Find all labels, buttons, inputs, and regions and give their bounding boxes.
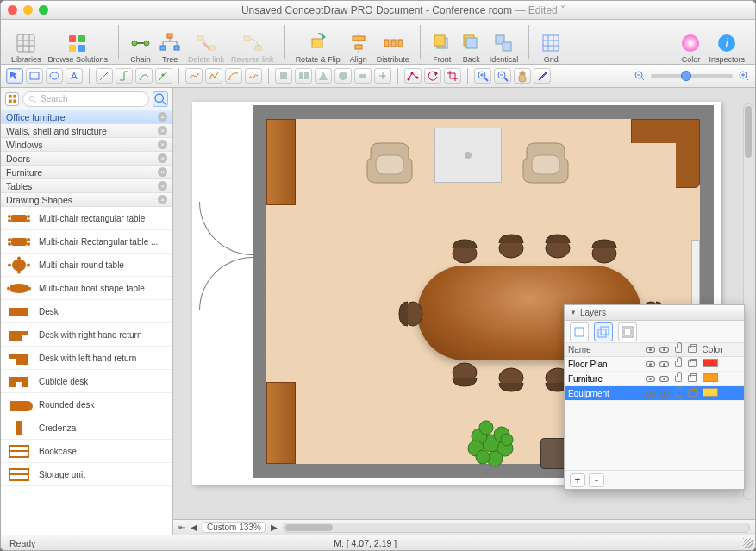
color-button[interactable]: Color <box>678 22 703 64</box>
libraries-button[interactable]: Libraries <box>9 22 43 64</box>
pointer-tool[interactable] <box>6 68 23 84</box>
shape-tool-3[interactable] <box>315 68 332 84</box>
eye-icon[interactable] <box>646 376 655 382</box>
shape-tool-5[interactable] <box>354 68 372 84</box>
zoom-thumb[interactable] <box>681 71 691 81</box>
close-icon[interactable]: × <box>158 153 167 163</box>
grid-button[interactable]: Grid <box>538 22 564 64</box>
back-button[interactable]: Back <box>459 22 484 64</box>
layer-row[interactable]: Equipment <box>565 386 744 401</box>
front-button[interactable]: Front <box>429 22 455 64</box>
layers-mode-2[interactable] <box>594 322 613 341</box>
disclosure-triangle-icon[interactable]: ▼ <box>570 309 577 316</box>
armchair-left[interactable] <box>366 141 414 185</box>
stencil-item[interactable]: Multi-chair boat shape table <box>1 277 172 300</box>
polyline-tool[interactable] <box>205 68 222 84</box>
layers-mode-1[interactable] <box>570 322 589 341</box>
right-angle-connector-tool[interactable] <box>116 68 133 84</box>
eyedropper-tool[interactable] <box>534 68 551 84</box>
print-icon[interactable] <box>688 375 697 382</box>
library-view-mode[interactable] <box>5 92 19 106</box>
chair-top-3[interactable] <box>542 231 573 259</box>
stencil-item[interactable]: Bookcase <box>1 440 172 463</box>
zoom-slider[interactable] <box>634 70 750 82</box>
close-icon[interactable]: × <box>158 140 167 149</box>
resize-grip[interactable] <box>743 538 753 548</box>
shape-tool-6[interactable] <box>374 68 391 84</box>
eye-icon[interactable] <box>659 361 669 367</box>
category-item[interactable]: Office furniture× <box>1 110 172 124</box>
page-nav-next[interactable]: ▶ <box>271 523 278 532</box>
page-nav-first[interactable]: ⇤ <box>178 523 185 532</box>
layers-mode-3[interactable] <box>618 322 637 341</box>
layers-col-visible[interactable] <box>644 343 658 357</box>
category-item[interactable]: Windows× <box>1 138 172 152</box>
remove-layer-button[interactable]: - <box>589 473 604 487</box>
lock-icon[interactable] <box>675 361 682 367</box>
close-icon[interactable]: × <box>158 167 167 177</box>
projector-screen[interactable] <box>434 128 502 183</box>
print-icon[interactable] <box>688 360 697 367</box>
shape-tool-4[interactable] <box>334 68 352 84</box>
bookcase-left-bottom[interactable] <box>266 382 296 464</box>
zoom-label[interactable]: Custom 133% <box>203 522 266 533</box>
bezier-tool[interactable] <box>185 68 203 84</box>
close-icon[interactable]: × <box>158 112 167 122</box>
stencil-item[interactable]: Desk with left hand return <box>1 347 172 370</box>
zoom-out-tool[interactable] <box>494 68 511 84</box>
eye-icon[interactable] <box>659 376 669 382</box>
stencil-item[interactable]: Desk with right hand return <box>1 323 172 347</box>
layers-col-print[interactable] <box>685 343 699 357</box>
arc-tool[interactable] <box>225 68 242 84</box>
category-item[interactable]: Walls, shell and structure× <box>1 124 172 138</box>
category-item[interactable]: Doors× <box>1 152 172 166</box>
chair-top-4[interactable] <box>589 236 620 264</box>
search-input[interactable]: Search <box>22 91 149 107</box>
distribute-button[interactable]: Distribute <box>375 22 411 64</box>
zoom-in-tool[interactable] <box>474 68 491 84</box>
stencil-item[interactable]: Rounded desk <box>1 393 172 416</box>
curve-connector-tool[interactable] <box>135 68 153 84</box>
layer-row[interactable]: Furniture <box>565 372 744 386</box>
stencil-item[interactable]: Multi-chair rectangular table <box>1 207 172 230</box>
add-layer-button[interactable]: + <box>570 473 585 487</box>
horizontal-scrollbar[interactable] <box>283 523 750 533</box>
pan-tool[interactable] <box>514 68 531 84</box>
shape-tool-1[interactable] <box>275 68 292 84</box>
browse-solutions-button[interactable]: Browse Solutions <box>47 22 110 64</box>
close-window-button[interactable] <box>8 5 17 15</box>
eye-icon[interactable] <box>646 361 655 367</box>
chair-left[interactable] <box>396 298 423 329</box>
line-tool[interactable] <box>96 68 113 84</box>
lock-icon[interactable] <box>675 391 682 397</box>
delete-link-button[interactable]: Delete link <box>186 22 226 64</box>
close-icon[interactable]: × <box>158 181 167 191</box>
category-item[interactable]: Tables× <box>1 179 172 193</box>
zoom-track[interactable] <box>651 74 733 78</box>
edit-points-tool[interactable] <box>404 68 422 84</box>
layers-col-lock[interactable] <box>672 343 685 357</box>
smart-connector-tool[interactable] <box>155 68 172 84</box>
stencil-item[interactable]: Credenza <box>1 416 172 440</box>
chair-bot-1[interactable] <box>449 362 480 390</box>
stencil-item[interactable]: Multi-chair round table <box>1 254 172 277</box>
color-swatch[interactable] <box>703 359 718 367</box>
reverse-link-button[interactable]: Reverse link <box>229 22 276 64</box>
shape-tool-2[interactable] <box>295 68 312 84</box>
print-icon[interactable] <box>688 390 697 397</box>
chain-button[interactable]: Chain <box>128 22 153 64</box>
lock-icon[interactable] <box>675 376 682 382</box>
page-nav-prev[interactable]: ◀ <box>191 523 197 532</box>
eye-icon[interactable] <box>659 391 669 397</box>
plant[interactable] <box>460 412 522 474</box>
layers-col-name[interactable]: Name <box>565 343 644 357</box>
stencil-item[interactable]: Cubicle desk <box>1 370 172 393</box>
rotate-flip-button[interactable]: Rotate & Flip <box>294 22 342 64</box>
library-search-toggle[interactable] <box>153 91 168 107</box>
align-button[interactable]: Align <box>346 22 372 64</box>
close-icon[interactable]: × <box>158 126 167 135</box>
zoom-window-button[interactable] <box>39 5 48 15</box>
layers-panel[interactable]: ▼ Layers Name Color Floor PlanFurnitureE… <box>564 304 745 490</box>
freehand-tool[interactable] <box>245 68 262 84</box>
layers-col-color[interactable]: Color <box>699 343 744 357</box>
